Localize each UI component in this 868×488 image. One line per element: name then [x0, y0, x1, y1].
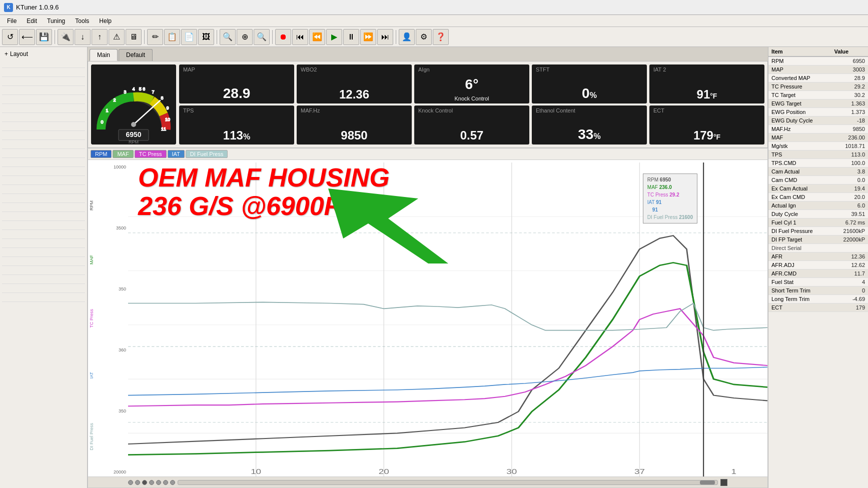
toolbar-btn-rewind[interactable]: ⏪ — [309, 29, 325, 45]
svg-text:10: 10 — [165, 117, 170, 122]
toolbar-btn-edit2[interactable]: 📋 — [164, 29, 180, 45]
toolbar-btn-zoom-out[interactable]: 🔍 — [220, 29, 236, 45]
dot-3[interactable] — [142, 480, 147, 485]
dot-4[interactable] — [149, 480, 154, 485]
y-series-difuel: DI Fuel Press — [89, 423, 124, 450]
tab-main[interactable]: Main — [90, 49, 118, 61]
sidebar-title[interactable]: + Layout — [2, 49, 85, 59]
table-cell-value: 113.0 — [831, 150, 868, 159]
toolbar-btn-download[interactable]: ↓ — [75, 29, 91, 45]
chart-tab-rpm[interactable]: RPM — [91, 150, 112, 158]
sidebar-item-7 — [2, 113, 85, 122]
toolbar-btn-back[interactable]: ⟵ — [19, 29, 35, 45]
menu-file[interactable]: File — [2, 16, 22, 26]
table-cell-value: 3.8 — [831, 168, 868, 176]
table-cell-value: 39.51 — [831, 210, 868, 218]
tooltip-tcpress: TC Press 29.2 — [647, 191, 693, 198]
tooltip-difuel: DI Fuel Press 21600 — [647, 214, 693, 221]
menu-tuning[interactable]: Tuning — [42, 16, 70, 26]
table-row: EWG Duty Cycle-18 — [768, 116, 868, 125]
table-cell-value: 22000kP — [831, 236, 868, 244]
sidebar-item-18 — [2, 212, 85, 221]
svg-text:37: 37 — [634, 467, 645, 476]
toolbar-btn-edit1[interactable]: ✏ — [147, 29, 163, 45]
chart-bottom — [88, 476, 767, 488]
app-icon: K — [4, 3, 13, 12]
menu-help[interactable]: Help — [94, 16, 117, 26]
sidebar-item-14 — [2, 176, 85, 185]
dot-6[interactable] — [163, 480, 168, 485]
table-row: Converted MAP28.9 — [768, 74, 868, 82]
metrics-grid: MAP 28.9 TPS 113% WBO2 12.36 MAF.Hz — [179, 64, 764, 144]
sidebar-item-3 — [2, 77, 85, 86]
table-cell-item: DI Fuel Pressure — [768, 227, 831, 236]
toolbar-btn-connect[interactable]: 🔌 — [58, 29, 74, 45]
chart-tab-tcpress[interactable]: TC Press — [135, 150, 167, 158]
tab-default[interactable]: Default — [119, 49, 153, 61]
toolbar-btn-save[interactable]: 💾 — [36, 29, 52, 45]
toolbar-btn-warning[interactable]: ⚠ — [109, 29, 125, 45]
toolbar-btn-settings[interactable]: ⚙ — [416, 29, 432, 45]
svg-text:9: 9 — [166, 106, 169, 110]
svg-text:3: 3 — [124, 90, 126, 94]
toolbar-btn-zoom-reset[interactable]: ⊕ — [237, 29, 253, 45]
sidebar-item-25 — [2, 275, 85, 284]
sidebar-item-22 — [2, 248, 85, 257]
table-row: EWG Position1.373 — [768, 108, 868, 116]
table-cell-value: 6.0 — [831, 202, 868, 210]
y-series-tcpress: TC Press — [89, 309, 124, 328]
table-cell-value: 0 — [831, 286, 868, 295]
menu-edit[interactable]: Edit — [22, 16, 42, 26]
toolbar-btn-open[interactable]: ↺ — [2, 29, 18, 45]
pagination-dots[interactable] — [128, 480, 175, 485]
table-cell-value: 9850 — [831, 125, 868, 134]
table-cell-item: EWG Target — [768, 100, 831, 108]
toolbar-btn-pause[interactable]: ⏸ — [343, 29, 359, 45]
dashboard: 0 1 2 3 4 5 6 7 8 9 10 11 — [88, 61, 768, 148]
svg-text:20: 20 — [379, 467, 389, 476]
table-cell-item: Mg/stk — [768, 142, 831, 150]
toolbar-btn-prev[interactable]: ⏮ — [292, 29, 308, 45]
toolbar-btn-help[interactable]: ❓ — [433, 29, 449, 45]
chart-tab-maf[interactable]: MAF — [113, 150, 133, 158]
app-title: KTuner 1.0.9.6 — [16, 4, 59, 11]
table-cell-item: Converted MAP — [768, 74, 831, 82]
toolbar-sep-1 — [55, 30, 55, 44]
chart-tabs: RPM MAF TC Press IAT DI Fuel Press — [88, 148, 767, 160]
toolbar-btn-edit3[interactable]: 📄 — [181, 29, 197, 45]
metric-value-stft: 0% — [536, 86, 643, 102]
scrollbar-track[interactable] — [178, 480, 718, 485]
toolbar-btn-next[interactable]: ⏭ — [377, 29, 393, 45]
table-cell-value — [831, 244, 868, 252]
toolbar-btn-play[interactable]: ▶ — [326, 29, 342, 45]
table-row: TC Target30.2 — [768, 91, 868, 100]
toolbar-btn-zoom-in[interactable]: 🔍 — [254, 29, 270, 45]
y-series-maf: MAF — [89, 255, 124, 264]
toolbar-btn-upload[interactable]: ↑ — [92, 29, 108, 45]
chart-tab-difuel[interactable]: DI Fuel Press — [186, 150, 228, 158]
chart-tooltip: RPM 6950 MAF 236.0 TC Press 29.2 IAT 91 … — [643, 174, 697, 224]
table-cell-value: 3003 — [831, 66, 868, 74]
dot-1[interactable] — [128, 480, 133, 485]
sidebar-item-8 — [2, 122, 85, 131]
chart-tab-iat[interactable]: IAT — [168, 150, 185, 158]
table-cell-value: 100.0 — [831, 159, 868, 168]
sidebar-item-10 — [2, 140, 85, 149]
toolbar-btn-monitor[interactable]: 🖥 — [126, 29, 142, 45]
dot-5[interactable] — [156, 480, 161, 485]
right-scroll[interactable]: Item Value RPM6950MAP3003Converted MAP28… — [768, 47, 868, 488]
toolbar-btn-edit4[interactable]: 🖼 — [198, 29, 214, 45]
toolbar-btn-record-red[interactable]: ⏺ — [275, 29, 291, 45]
menu-tools[interactable]: Tools — [70, 16, 94, 26]
table-cell-item: AFR — [768, 252, 831, 261]
dot-2[interactable] — [135, 480, 140, 485]
metric-value-ethanol: 33% — [536, 126, 643, 142]
svg-text:6950: 6950 — [126, 130, 141, 138]
scrollbar-thumb[interactable] — [700, 480, 715, 484]
metric-value-iat2: 91°F — [653, 88, 760, 102]
toolbar-btn-user[interactable]: 👤 — [399, 29, 415, 45]
toolbar-sep-3 — [217, 30, 217, 44]
sidebar-item-17 — [2, 203, 85, 212]
dot-7[interactable] — [170, 480, 175, 485]
toolbar-btn-forward[interactable]: ⏩ — [360, 29, 376, 45]
